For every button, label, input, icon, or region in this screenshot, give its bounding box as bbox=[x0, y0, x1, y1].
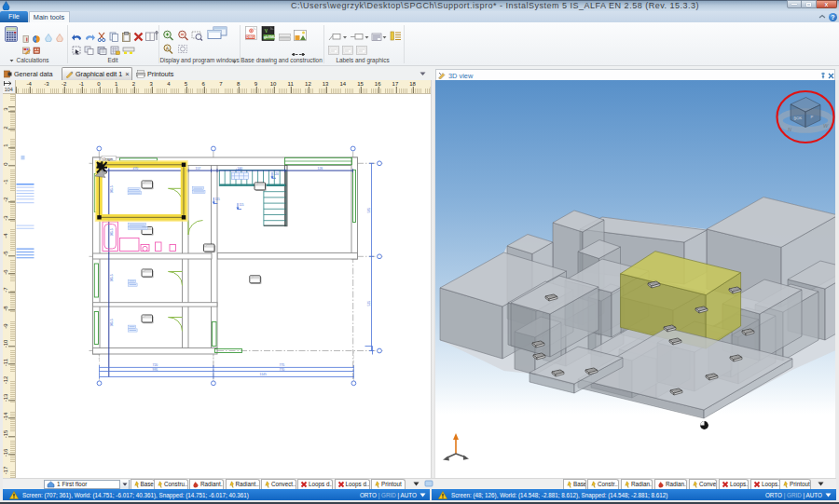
svg-text:DWG: DWG bbox=[246, 35, 254, 39]
svg-text:105.5: 105.5 bbox=[110, 185, 114, 193]
svg-text:470: 470 bbox=[132, 166, 138, 170]
svg-text:240: 240 bbox=[237, 166, 242, 170]
svg-text:gbXML: gbXML bbox=[264, 35, 276, 39]
svg-text:770: 770 bbox=[279, 367, 284, 371]
svg-text:995: 995 bbox=[152, 367, 158, 371]
svg-text:1145: 1145 bbox=[259, 373, 266, 376]
svg-text:Origin: Origin bbox=[103, 156, 114, 160]
svg-text:BOK: BOK bbox=[793, 116, 802, 120]
svg-text:115: 115 bbox=[239, 203, 243, 207]
svg-text:585: 585 bbox=[367, 207, 371, 212]
svg-text:115: 115 bbox=[214, 198, 219, 201]
svg-text:126: 126 bbox=[317, 166, 323, 170]
svg-text:157: 157 bbox=[195, 166, 200, 170]
svg-text:105.5: 105.5 bbox=[110, 319, 114, 326]
svg-text:105.5: 105.5 bbox=[110, 228, 114, 236]
svg-text:N: N bbox=[788, 127, 791, 132]
svg-text:P: P bbox=[811, 115, 814, 119]
svg-text:535: 535 bbox=[367, 300, 371, 306]
svg-text:120: 120 bbox=[273, 171, 279, 175]
svg-text:105.5: 105.5 bbox=[110, 274, 114, 281]
svg-text:W: W bbox=[823, 123, 829, 129]
